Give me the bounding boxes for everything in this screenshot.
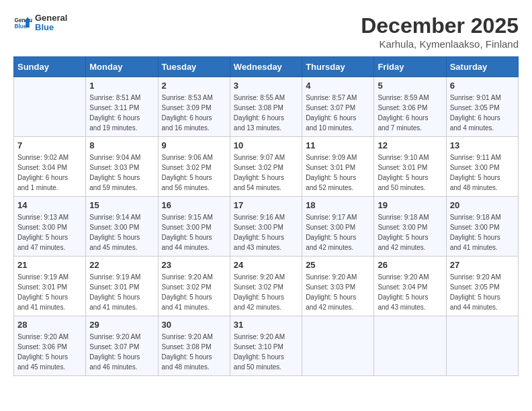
- day-number: 23: [162, 260, 226, 270]
- calendar-week-2: 14Sunrise: 9:13 AM Sunset: 3:00 PM Dayli…: [14, 197, 519, 257]
- calendar-body: 1Sunrise: 8:51 AM Sunset: 3:11 PM Daylig…: [14, 77, 519, 376]
- day-info: Sunrise: 8:57 AM Sunset: 3:07 PM Dayligh…: [306, 93, 370, 133]
- calendar-cell: 13Sunrise: 9:11 AM Sunset: 3:00 PM Dayli…: [446, 137, 518, 197]
- day-number: 14: [17, 200, 82, 210]
- calendar-cell: 23Sunrise: 9:20 AM Sunset: 3:02 PM Dayli…: [158, 257, 230, 316]
- day-info: Sunrise: 9:18 AM Sunset: 3:00 PM Dayligh…: [378, 212, 442, 253]
- calendar-cell: 30Sunrise: 9:20 AM Sunset: 3:08 PM Dayli…: [158, 316, 230, 376]
- header-day-monday: Monday: [86, 57, 158, 77]
- day-number: 2: [162, 81, 226, 91]
- calendar-cell: 19Sunrise: 9:18 AM Sunset: 3:00 PM Dayli…: [374, 197, 446, 257]
- calendar-table: SundayMondayTuesdayWednesdayThursdayFrid…: [13, 56, 519, 376]
- calendar-cell: 20Sunrise: 9:18 AM Sunset: 3:00 PM Dayli…: [446, 197, 518, 257]
- calendar-header-row: SundayMondayTuesdayWednesdayThursdayFrid…: [14, 57, 519, 77]
- calendar-cell: 7Sunrise: 9:02 AM Sunset: 3:04 PM Daylig…: [14, 137, 86, 197]
- day-info: Sunrise: 8:51 AM Sunset: 3:11 PM Dayligh…: [89, 93, 154, 133]
- day-number: 13: [450, 140, 515, 150]
- day-info: Sunrise: 9:17 AM Sunset: 3:00 PM Dayligh…: [306, 212, 370, 253]
- calendar-cell: 27Sunrise: 9:20 AM Sunset: 3:05 PM Dayli…: [446, 257, 518, 316]
- calendar-cell: 15Sunrise: 9:14 AM Sunset: 3:00 PM Dayli…: [86, 197, 158, 257]
- calendar-cell: 31Sunrise: 9:20 AM Sunset: 3:10 PM Dayli…: [230, 316, 302, 376]
- calendar-cell: 3Sunrise: 8:55 AM Sunset: 3:08 PM Daylig…: [230, 77, 302, 137]
- day-info: Sunrise: 9:09 AM Sunset: 3:01 PM Dayligh…: [306, 152, 370, 193]
- day-number: 1: [89, 81, 154, 91]
- day-number: 8: [89, 140, 154, 150]
- day-info: Sunrise: 9:20 AM Sunset: 3:07 PM Dayligh…: [89, 332, 154, 372]
- day-info: Sunrise: 9:20 AM Sunset: 3:02 PM Dayligh…: [162, 272, 226, 312]
- svg-text:Blue: Blue: [14, 24, 26, 30]
- day-info: Sunrise: 9:18 AM Sunset: 3:00 PM Dayligh…: [450, 212, 515, 253]
- calendar-cell: 4Sunrise: 8:57 AM Sunset: 3:07 PM Daylig…: [302, 77, 374, 137]
- day-number: 15: [89, 200, 154, 210]
- day-number: 25: [306, 260, 370, 270]
- calendar-cell: 1Sunrise: 8:51 AM Sunset: 3:11 PM Daylig…: [86, 77, 158, 137]
- day-info: Sunrise: 9:20 AM Sunset: 3:03 PM Dayligh…: [306, 272, 370, 312]
- day-number: 3: [234, 81, 298, 91]
- day-number: 22: [89, 260, 154, 270]
- day-number: 10: [234, 140, 298, 150]
- calendar-cell: [302, 316, 374, 376]
- day-number: 30: [162, 320, 226, 330]
- day-info: Sunrise: 8:55 AM Sunset: 3:08 PM Dayligh…: [234, 93, 298, 133]
- calendar-cell: 28Sunrise: 9:20 AM Sunset: 3:06 PM Dayli…: [14, 316, 86, 376]
- day-number: 29: [89, 320, 154, 330]
- day-number: 27: [450, 260, 515, 270]
- logo-icon: General Blue: [13, 13, 32, 32]
- calendar-cell: 5Sunrise: 8:59 AM Sunset: 3:06 PM Daylig…: [374, 77, 446, 137]
- day-number: 24: [234, 260, 298, 270]
- day-number: 28: [17, 320, 82, 330]
- day-info: Sunrise: 9:10 AM Sunset: 3:01 PM Dayligh…: [378, 152, 442, 193]
- title-area: December 2025 Karhula, Kymenlaakso, Finl…: [361, 13, 519, 50]
- day-info: Sunrise: 9:07 AM Sunset: 3:02 PM Dayligh…: [234, 152, 298, 193]
- header-day-thursday: Thursday: [302, 57, 374, 77]
- day-info: Sunrise: 9:06 AM Sunset: 3:02 PM Dayligh…: [162, 152, 226, 193]
- page-header: General Blue General Blue December 2025 …: [13, 13, 519, 50]
- day-info: Sunrise: 9:02 AM Sunset: 3:04 PM Dayligh…: [17, 152, 82, 193]
- calendar-cell: 16Sunrise: 9:15 AM Sunset: 3:00 PM Dayli…: [158, 197, 230, 257]
- day-number: 20: [450, 200, 515, 210]
- day-info: Sunrise: 9:16 AM Sunset: 3:00 PM Dayligh…: [234, 212, 298, 253]
- calendar-cell: 29Sunrise: 9:20 AM Sunset: 3:07 PM Dayli…: [86, 316, 158, 376]
- calendar-week-3: 21Sunrise: 9:19 AM Sunset: 3:01 PM Dayli…: [14, 257, 519, 316]
- calendar-cell: 18Sunrise: 9:17 AM Sunset: 3:00 PM Dayli…: [302, 197, 374, 257]
- calendar-cell: 6Sunrise: 9:01 AM Sunset: 3:05 PM Daylig…: [446, 77, 518, 137]
- calendar-cell: 9Sunrise: 9:06 AM Sunset: 3:02 PM Daylig…: [158, 137, 230, 197]
- day-number: 11: [306, 140, 370, 150]
- header-day-saturday: Saturday: [446, 57, 518, 77]
- calendar-cell: 24Sunrise: 9:20 AM Sunset: 3:02 PM Dayli…: [230, 257, 302, 316]
- logo-general: General: [35, 13, 67, 23]
- day-number: 26: [378, 260, 442, 270]
- day-info: Sunrise: 9:20 AM Sunset: 3:06 PM Dayligh…: [17, 332, 82, 372]
- day-info: Sunrise: 9:20 AM Sunset: 3:08 PM Dayligh…: [162, 332, 226, 372]
- day-info: Sunrise: 9:13 AM Sunset: 3:00 PM Dayligh…: [17, 212, 82, 253]
- header-day-tuesday: Tuesday: [158, 57, 230, 77]
- calendar-cell: [374, 316, 446, 376]
- calendar-cell: [14, 77, 86, 137]
- day-info: Sunrise: 8:53 AM Sunset: 3:09 PM Dayligh…: [162, 93, 226, 133]
- day-number: 9: [162, 140, 226, 150]
- day-info: Sunrise: 9:20 AM Sunset: 3:04 PM Dayligh…: [378, 272, 442, 312]
- day-number: 16: [162, 200, 226, 210]
- calendar-cell: 25Sunrise: 9:20 AM Sunset: 3:03 PM Dayli…: [302, 257, 374, 316]
- day-number: 5: [378, 81, 442, 91]
- day-number: 21: [17, 260, 82, 270]
- day-info: Sunrise: 9:04 AM Sunset: 3:03 PM Dayligh…: [89, 152, 154, 193]
- day-info: Sunrise: 9:14 AM Sunset: 3:00 PM Dayligh…: [89, 212, 154, 253]
- day-number: 6: [450, 81, 515, 91]
- calendar-week-0: 1Sunrise: 8:51 AM Sunset: 3:11 PM Daylig…: [14, 77, 519, 137]
- calendar-cell: 10Sunrise: 9:07 AM Sunset: 3:02 PM Dayli…: [230, 137, 302, 197]
- calendar-cell: 22Sunrise: 9:19 AM Sunset: 3:01 PM Dayli…: [86, 257, 158, 316]
- calendar-cell: 21Sunrise: 9:19 AM Sunset: 3:01 PM Dayli…: [14, 257, 86, 316]
- calendar-cell: 17Sunrise: 9:16 AM Sunset: 3:00 PM Dayli…: [230, 197, 302, 257]
- calendar-week-4: 28Sunrise: 9:20 AM Sunset: 3:06 PM Dayli…: [14, 316, 519, 376]
- day-info: Sunrise: 8:59 AM Sunset: 3:06 PM Dayligh…: [378, 93, 442, 133]
- day-info: Sunrise: 9:20 AM Sunset: 3:02 PM Dayligh…: [234, 272, 298, 312]
- logo-blue: Blue: [35, 22, 54, 32]
- day-info: Sunrise: 9:11 AM Sunset: 3:00 PM Dayligh…: [450, 152, 515, 193]
- page-subtitle: Karhula, Kymenlaakso, Finland: [361, 38, 519, 50]
- day-number: 19: [378, 200, 442, 210]
- page-title: December 2025: [361, 13, 519, 38]
- calendar-cell: 8Sunrise: 9:04 AM Sunset: 3:03 PM Daylig…: [86, 137, 158, 197]
- day-number: 12: [378, 140, 442, 150]
- calendar-week-1: 7Sunrise: 9:02 AM Sunset: 3:04 PM Daylig…: [14, 137, 519, 197]
